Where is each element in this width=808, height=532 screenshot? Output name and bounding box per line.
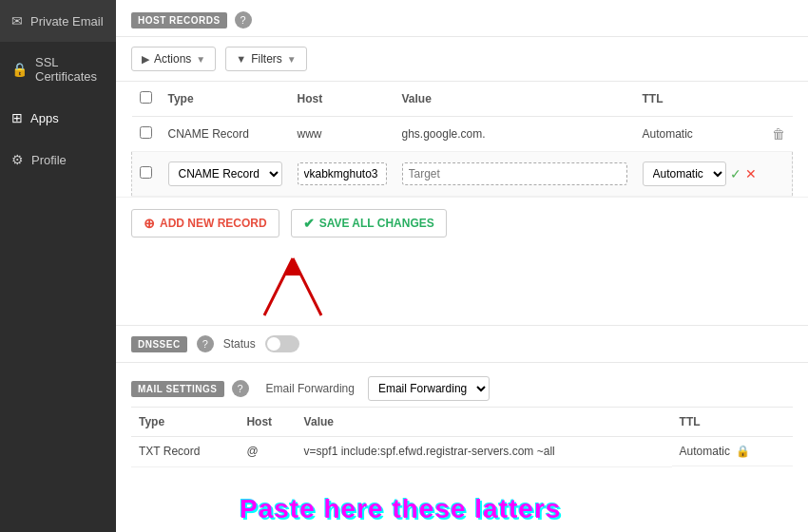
save-icon: ✔ (303, 216, 315, 231)
row-value-cell: ghs.google.com. (394, 117, 635, 152)
col-check-header (132, 82, 161, 117)
lock-icon: 🔒 (11, 62, 28, 77)
filters-chevron-icon: ▼ (287, 54, 297, 65)
host-records-table-container: Type Host Value TTL CNAME Record www ghs… (116, 82, 808, 197)
toggle-knob (267, 337, 280, 351)
play-icon: ▶ (142, 53, 149, 66)
mail-settings-header: MAIL SETTINGS ? Email Forwarding Email F… (131, 370, 793, 408)
apps-icon: ⊞ (11, 110, 23, 125)
sidebar-item-ssl[interactable]: 🔒 SSL Certificates (0, 42, 116, 97)
sidebar-label-apps: Apps (30, 111, 59, 125)
edit-type-cell: CNAME Record (161, 152, 290, 197)
filters-label: Filters (251, 52, 282, 66)
add-record-button[interactable]: ⊕ ADD NEW RECORD (131, 209, 279, 238)
sidebar-label-profile: Profile (31, 153, 67, 167)
mail-ttl-cell: Automatic 🔒 (672, 437, 793, 466)
cancel-icon[interactable]: ✕ (745, 166, 757, 181)
mail-host-cell: @ (239, 437, 296, 467)
editing-row: CNAME Record Automatic (132, 152, 793, 197)
save-label: SAVE ALL CHANGES (319, 217, 434, 230)
col-action-header (764, 82, 793, 117)
main-content: HOST RECORDS ? ▶ Actions ▼ ▼ Filters ▼ (116, 0, 808, 532)
edit-action-cell (764, 152, 793, 197)
row-type-cell: CNAME Record (161, 117, 290, 152)
mail-table-header-row: Type Host Value TTL (131, 408, 793, 437)
save-all-button[interactable]: ✔ SAVE ALL CHANGES (291, 209, 447, 238)
dnssec-section: DNSSEC ? Status (116, 325, 808, 362)
row-ttl-cell: Automatic (635, 117, 764, 152)
row-host-cell: www (290, 117, 394, 152)
table-row: CNAME Record www ghs.google.com. Automat… (132, 117, 793, 152)
edit-host-cell (290, 152, 394, 197)
host-records-help-icon[interactable]: ? (235, 11, 252, 28)
value-input[interactable] (402, 162, 627, 185)
filter-icon: ▼ (236, 53, 246, 65)
gear-icon: ⚙ (11, 152, 24, 167)
mail-value-cell: v=spf1 include:spf.efwd.registrar-server… (297, 437, 672, 467)
add-label: ADD NEW RECORD (160, 217, 267, 230)
email-forwarding-label: Email Forwarding (266, 382, 355, 395)
sidebar: ✉ Private Email 🔒 SSL Certificates ⊞ App… (0, 0, 116, 532)
ttl-select[interactable]: Automatic (643, 162, 726, 186)
lock-record-icon: 🔒 (736, 445, 750, 458)
mail-table-row: TXT Record @ v=spf1 include:spf.efwd.reg… (131, 437, 793, 467)
status-label: Status (223, 337, 256, 351)
mail-type-cell: TXT Record (131, 437, 239, 467)
sidebar-item-private-email[interactable]: ✉ Private Email (0, 0, 116, 42)
edit-value-cell (394, 152, 635, 197)
edit-ttl-cell: Automatic ✓ ✕ (635, 152, 764, 197)
host-input[interactable] (298, 162, 387, 185)
mail-col-value: Value (297, 408, 672, 437)
row-delete-cell: 🗑 (764, 117, 793, 152)
mail-table: Type Host Value TTL TXT Record @ v=spf1 … (131, 408, 793, 467)
edit-checkbox[interactable] (140, 166, 152, 179)
svg-line-2 (293, 258, 321, 315)
mail-settings-section: MAIL SETTINGS ? Email Forwarding Email F… (116, 362, 808, 479)
delete-icon[interactable]: 🗑 (772, 126, 785, 142)
arrow-annotation (131, 249, 793, 325)
dnssec-label: DNSSEC (131, 336, 187, 352)
dnssec-help-icon[interactable]: ? (197, 335, 214, 352)
arrow-svg (207, 249, 397, 325)
mail-settings-label: MAIL SETTINGS (131, 381, 224, 397)
col-host-header: Host (290, 82, 394, 117)
host-records-label: HOST RECORDS (131, 12, 227, 28)
email-forwarding-select[interactable]: Email Forwarding (368, 376, 490, 401)
sidebar-label-private-email: Private Email (30, 14, 104, 28)
toolbar: ▶ Actions ▼ ▼ Filters ▼ (116, 37, 808, 82)
host-records-header: HOST RECORDS ? (116, 0, 808, 37)
filters-button[interactable]: ▼ Filters ▼ (225, 47, 306, 71)
col-value-header: Value (394, 82, 635, 117)
sidebar-label-ssl: SSL Certificates (35, 55, 105, 84)
mail-settings-help-icon[interactable]: ? (232, 380, 249, 397)
actions-chevron-icon: ▼ (196, 54, 205, 65)
mail-col-type: Type (131, 408, 239, 437)
add-record-icon: ⊕ (144, 216, 155, 231)
main-content-wrapper: HOST RECORDS ? ▶ Actions ▼ ▼ Filters ▼ (116, 0, 808, 532)
actions-button[interactable]: ▶ Actions ▼ (131, 47, 216, 71)
edit-check-cell (132, 152, 161, 197)
host-records-table: Type Host Value TTL CNAME Record www ghs… (131, 82, 793, 197)
dnssec-toggle[interactable] (265, 335, 299, 352)
add-save-row: ⊕ ADD NEW RECORD ✔ SAVE ALL CHANGES (116, 197, 808, 249)
annotation-text: Paste here these latters (240, 494, 561, 524)
ttl-wrapper: Automatic ✓ ✕ (643, 162, 757, 186)
svg-line-0 (264, 258, 293, 315)
confirm-icon[interactable]: ✓ (730, 166, 741, 181)
type-select[interactable]: CNAME Record (168, 162, 282, 186)
sidebar-item-profile[interactable]: ⚙ Profile (0, 139, 116, 180)
table-header-row: Type Host Value TTL (132, 82, 793, 117)
col-type-header: Type (161, 82, 290, 117)
email-icon: ✉ (11, 13, 23, 28)
actions-label: Actions (154, 52, 191, 66)
row-checkbox[interactable] (140, 126, 152, 139)
mail-col-host: Host (239, 408, 296, 437)
select-all-checkbox[interactable] (140, 91, 152, 104)
row-check-cell (132, 117, 161, 152)
col-ttl-header: TTL (635, 82, 764, 117)
sidebar-item-apps[interactable]: ⊞ Apps (0, 97, 116, 139)
mail-col-ttl: TTL (672, 408, 793, 437)
